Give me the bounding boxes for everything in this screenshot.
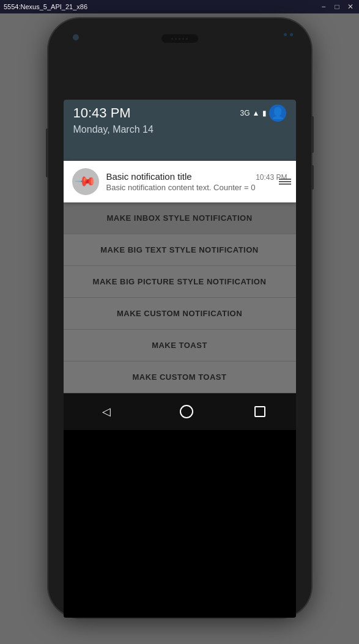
recents-button[interactable] <box>254 406 265 417</box>
status-icons: 3G ▲ ▮ 👤 <box>240 105 286 122</box>
minimize-button[interactable]: − <box>319 2 328 11</box>
status-date: Monday, March 14 <box>73 124 286 135</box>
notification-content: Basic notification title 10:43 PM Basic … <box>106 171 287 192</box>
power-button <box>311 116 314 153</box>
notification-card[interactable]: 📌 Basic notification title 10:43 PM Basi… <box>64 161 296 202</box>
titlebar-title: 5554:Nexus_5_API_21_x86 <box>4 3 87 10</box>
camera-indicators <box>284 33 293 36</box>
titlebar-controls: − □ ✕ <box>319 2 355 11</box>
screen-content: MAKE INBOX STYLE NOTIFICATION MAKE BIG T… <box>64 202 296 393</box>
titlebar: 5554:Nexus_5_API_21_x86 − □ ✕ <box>0 0 359 13</box>
make-big-text-style-button[interactable]: MAKE BIG TEXT STYLE NOTIFICATION <box>64 234 296 266</box>
pin-icon: 📌 <box>74 170 97 193</box>
window: 5554:Nexus_5_API_21_x86 − □ ✕ <box>0 0 359 644</box>
make-custom-notification-button[interactable]: MAKE CUSTOM NOTIFICATION <box>64 298 296 330</box>
phone-screen: 10:43 PM 3G ▲ ▮ 👤 Monday, March 14 <box>64 100 296 618</box>
notification-icon: 📌 <box>72 168 99 195</box>
expand-notification-icon[interactable] <box>279 179 291 185</box>
make-inbox-style-button[interactable]: MAKE INBOX STYLE NOTIFICATION <box>64 202 296 234</box>
front-camera <box>73 34 79 40</box>
volume-up-button <box>46 128 48 177</box>
make-big-picture-style-button[interactable]: MAKE BIG PICTURE STYLE NOTIFICATION <box>64 266 296 298</box>
close-button[interactable]: ✕ <box>346 2 355 11</box>
status-time: 10:43 PM <box>73 105 131 121</box>
phone-shell: 10:43 PM 3G ▲ ▮ 👤 Monday, March 14 <box>48 18 311 618</box>
make-toast-button[interactable]: MAKE TOAST <box>64 330 296 361</box>
notification-title: Basic notification title <box>106 171 192 182</box>
signal-bars-icon: ▲ <box>253 109 260 117</box>
speaker-grill <box>161 34 198 43</box>
notification-title-row: Basic notification title 10:43 PM <box>106 171 287 182</box>
signal-icon: 3G <box>240 109 250 117</box>
phone-top-bar <box>48 18 311 58</box>
back-button[interactable]: ◁ <box>94 405 119 418</box>
notification-body: Basic notification content text. Counter… <box>106 183 287 192</box>
home-button[interactable] <box>180 405 193 418</box>
maximize-button[interactable]: □ <box>332 2 342 11</box>
make-custom-toast-button[interactable]: MAKE CUSTOM TOAST <box>64 361 296 393</box>
battery-icon: ▮ <box>262 109 267 117</box>
bottom-nav-bar: ◁ <box>64 393 296 430</box>
status-bar: 10:43 PM 3G ▲ ▮ 👤 Monday, March 14 <box>64 100 296 161</box>
volume-down-button <box>311 165 314 190</box>
avatar: 👤 <box>269 105 286 122</box>
status-top: 10:43 PM 3G ▲ ▮ 👤 <box>73 105 286 122</box>
